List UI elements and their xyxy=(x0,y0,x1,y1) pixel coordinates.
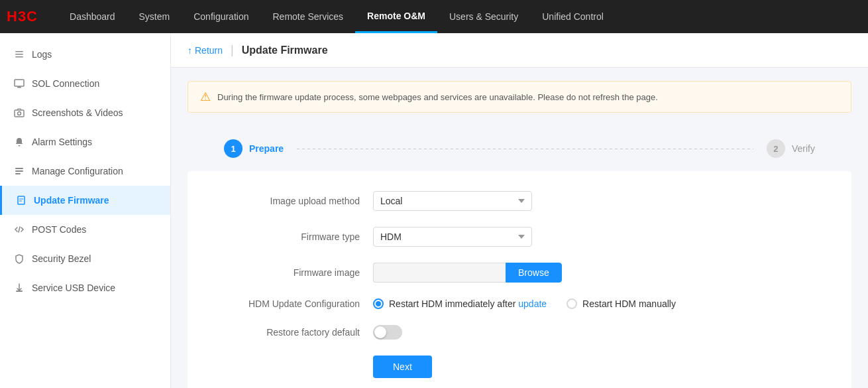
form-row-firmware-image: Firmware image Browse xyxy=(227,263,812,283)
firmware-type-select[interactable]: HDM BIOS xyxy=(373,227,532,247)
sidebar-item-service-usb[interactable]: Service USB Device xyxy=(0,273,170,302)
sidebar-label-logs: Logs xyxy=(32,49,52,60)
svg-rect-2 xyxy=(15,56,23,58)
toggle-thumb xyxy=(374,326,386,338)
upload-method-label: Image upload method xyxy=(227,196,373,206)
highlight-text: update xyxy=(518,298,547,309)
sidebar-item-sol-connection[interactable]: SOL Connection xyxy=(0,69,170,98)
svg-rect-0 xyxy=(15,51,23,52)
sidebar-label-post-codes: POST Codes xyxy=(32,224,86,235)
nav-unified-control[interactable]: Unified Control xyxy=(530,0,616,33)
sidebar-label-alarm: Alarm Settings xyxy=(32,137,92,147)
sidebar-item-alarm[interactable]: Alarm Settings xyxy=(0,127,170,157)
svg-rect-3 xyxy=(15,80,24,86)
firmware-image-control: Browse xyxy=(373,263,562,283)
step-line xyxy=(297,149,753,149)
radio-label-2: Restart HDM manually xyxy=(582,298,676,309)
page-header: ↑ Return | Update Firmware xyxy=(171,33,868,68)
radio-circle-1 xyxy=(373,298,384,309)
svg-rect-6 xyxy=(15,110,24,117)
code-icon xyxy=(13,224,25,235)
step-1-circle: 1 xyxy=(224,139,243,158)
sidebar-item-security-bezel[interactable]: Security Bezel xyxy=(0,244,170,273)
hdm-config-control: Restart HDM immediately after update Res… xyxy=(373,298,676,309)
return-arrow-icon: ↑ xyxy=(188,45,192,56)
upload-method-control: Local Remote xyxy=(373,191,532,211)
hdm-config-label: HDM Update Configuration xyxy=(227,298,373,309)
sidebar-label-sol: SOL Connection xyxy=(32,78,99,89)
step-prepare: 1 Prepare xyxy=(224,139,284,158)
svg-rect-1 xyxy=(15,54,23,55)
camera-icon xyxy=(13,107,25,119)
radio-restart-manually[interactable]: Restart HDM manually xyxy=(567,298,676,309)
nav-remote-oam[interactable]: Remote O&M xyxy=(355,0,437,33)
radio-restart-immediately[interactable]: Restart HDM immediately after update xyxy=(373,298,547,309)
restore-factory-control xyxy=(373,325,402,340)
svg-rect-11 xyxy=(18,196,25,204)
radio-label-1: Restart HDM immediately after update xyxy=(389,298,547,309)
firmware-type-control: HDM BIOS xyxy=(373,227,532,247)
step-verify: 2 Verify xyxy=(767,139,815,158)
sidebar-label-screenshots: Screenshots & Videos xyxy=(32,107,123,118)
next-button[interactable]: Next xyxy=(373,356,432,378)
sidebar-item-post-codes[interactable]: POST Codes xyxy=(0,215,170,244)
main-layout: Logs SOL Connection Screenshots & Videos… xyxy=(0,33,868,388)
logo: H3C xyxy=(7,8,38,25)
radio-circle-2 xyxy=(567,298,577,309)
svg-rect-8 xyxy=(15,168,23,169)
page-title: Update Firmware xyxy=(242,44,328,56)
nav-system[interactable]: System xyxy=(127,0,182,33)
form-row-hdm-config: HDM Update Configuration Restart HDM imm… xyxy=(227,298,812,309)
svg-rect-12 xyxy=(16,291,23,292)
sidebar-label-manage-config: Manage Configuration xyxy=(32,166,123,176)
sidebar-item-screenshots[interactable]: Screenshots & Videos xyxy=(0,98,170,127)
sidebar-item-logs[interactable]: Logs xyxy=(0,40,170,69)
main-content: ↑ Return | Update Firmware ⚠ During the … xyxy=(171,33,868,388)
shield-icon xyxy=(13,253,25,265)
warning-icon: ⚠ xyxy=(200,90,211,104)
svg-rect-5 xyxy=(19,86,20,88)
form-row-next: Next xyxy=(227,356,812,378)
top-nav: H3C Dashboard System Configuration Remot… xyxy=(0,0,868,33)
monitor-icon xyxy=(13,78,25,90)
usb-icon xyxy=(13,282,25,294)
nav-users-security[interactable]: Users & Security xyxy=(437,0,530,33)
form-area: Image upload method Local Remote Firmwar… xyxy=(188,171,851,388)
form-row-restore-factory: Restore factory default xyxy=(227,325,812,340)
restore-factory-toggle[interactable] xyxy=(373,325,402,340)
warning-text: During the firmware update process, some… xyxy=(217,92,658,102)
sidebar: Logs SOL Connection Screenshots & Videos… xyxy=(0,33,171,388)
firmware-icon xyxy=(15,194,27,206)
sidebar-item-update-firmware[interactable]: Update Firmware xyxy=(0,186,170,215)
return-link[interactable]: ↑ Return xyxy=(188,45,223,56)
sidebar-label-security-bezel: Security Bezel xyxy=(32,253,91,264)
browse-button[interactable]: Browse xyxy=(506,263,562,283)
header-separator: | xyxy=(231,43,234,57)
svg-rect-10 xyxy=(15,173,21,174)
step-1-label: Prepare xyxy=(249,143,284,154)
form-row-firmware-type: Firmware type HDM BIOS xyxy=(227,227,812,247)
step-2-label: Verify xyxy=(792,143,815,154)
sidebar-item-manage-config[interactable]: Manage Configuration xyxy=(0,157,170,186)
nav-configuration[interactable]: Configuration xyxy=(182,0,260,33)
upload-method-select[interactable]: Local Remote xyxy=(373,191,532,211)
bell-icon xyxy=(13,136,25,148)
firmware-image-input[interactable] xyxy=(373,263,506,283)
step-2-circle: 2 xyxy=(767,139,785,158)
form-row-upload-method: Image upload method Local Remote xyxy=(227,191,812,211)
svg-rect-9 xyxy=(15,170,23,172)
nav-dashboard[interactable]: Dashboard xyxy=(58,0,127,33)
nav-remote-services[interactable]: Remote Services xyxy=(260,0,355,33)
config-icon xyxy=(13,165,25,177)
sidebar-label-service-usb: Service USB Device xyxy=(32,283,115,293)
list-icon xyxy=(13,48,25,60)
svg-point-7 xyxy=(18,112,21,115)
firmware-type-label: Firmware type xyxy=(227,231,373,242)
firmware-image-label: Firmware image xyxy=(227,267,373,278)
restore-factory-label: Restore factory default xyxy=(227,327,373,338)
sidebar-label-update-firmware: Update Firmware xyxy=(34,195,109,206)
return-label: Return xyxy=(195,45,223,56)
steps-container: 1 Prepare 2 Verify xyxy=(171,126,868,171)
warning-banner: ⚠ During the firmware update process, so… xyxy=(188,81,851,113)
